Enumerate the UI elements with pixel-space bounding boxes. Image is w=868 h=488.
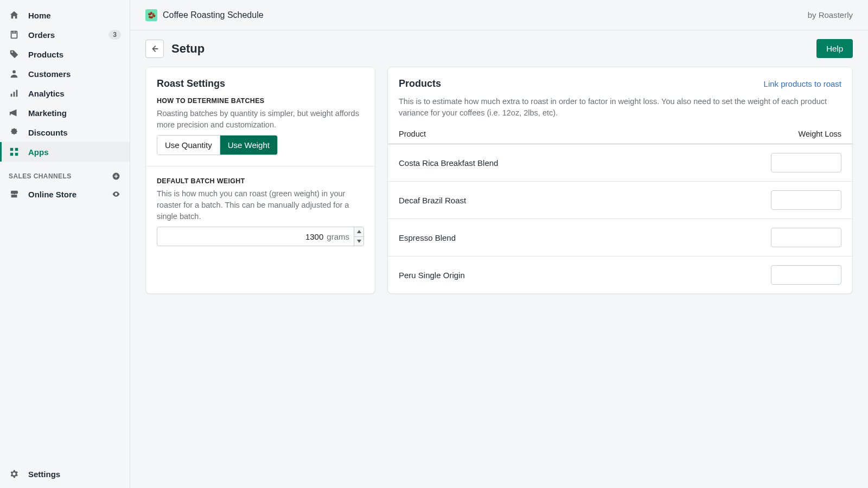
page-title: Setup	[171, 42, 205, 56]
default-batch-weight-input[interactable]	[157, 227, 327, 246]
svg-rect-7	[10, 153, 13, 156]
nav-label: Discounts	[28, 128, 68, 137]
sidebar: Home Orders 3 Products Customers Analyti…	[0, 0, 130, 488]
products-table-header: Product Weight Loss	[388, 124, 852, 144]
weight-loss-field: %	[771, 153, 841, 172]
arrow-left-icon	[150, 44, 159, 54]
nav-products[interactable]: Products	[0, 44, 130, 64]
nav-apps[interactable]: Apps	[0, 142, 130, 162]
products-help: This is to estimate how much extra to ro…	[399, 96, 841, 119]
product-name: Espresso Blend	[399, 233, 771, 242]
product-row: Espresso Blend %	[388, 219, 852, 256]
link-products-link[interactable]: Link products to roast	[764, 79, 841, 88]
nav-orders[interactable]: Orders 3	[0, 25, 130, 44]
col-product-header: Product	[399, 130, 771, 138]
app-header: 🫘 Coffee Roasting Schedule by Roasterly	[130, 0, 868, 30]
product-row: Costa Rica Breakfast Blend %	[388, 144, 852, 182]
stepper-down-button[interactable]	[354, 236, 363, 246]
nav-label: Orders	[28, 30, 55, 40]
nav-settings[interactable]: Settings	[0, 464, 130, 488]
nav-label: Settings	[28, 470, 60, 479]
apps-icon	[9, 146, 20, 157]
batches-segmented: Use Quantity Use Weight	[157, 135, 278, 155]
roast-settings-card: Roast Settings HOW TO DETERMINE BATCHES …	[145, 67, 375, 294]
help-button[interactable]: Help	[816, 39, 853, 58]
weight-loss-input[interactable]	[771, 191, 841, 209]
nav-label: Customers	[28, 69, 71, 79]
home-icon	[9, 10, 20, 21]
products-table-body: Costa Rica Breakfast Blend % Decaf Brazi…	[388, 144, 852, 293]
weight-loss-field: %	[771, 228, 841, 247]
nav-customers[interactable]: Customers	[0, 64, 130, 84]
nav-home[interactable]: Home	[0, 5, 130, 25]
back-button[interactable]	[145, 40, 164, 58]
nav-analytics[interactable]: Analytics	[0, 84, 130, 103]
roast-settings-title: Roast Settings	[157, 78, 364, 89]
svg-rect-6	[15, 148, 18, 151]
nav-label: Online Store	[28, 190, 76, 199]
sales-channels-header: SALES CHANNELS	[0, 162, 130, 184]
bar-chart-icon	[9, 88, 20, 99]
svg-rect-8	[15, 153, 18, 156]
svg-rect-2	[11, 94, 12, 97]
svg-rect-3	[14, 92, 15, 97]
weight-loss-field: %	[771, 265, 841, 285]
svg-rect-4	[16, 90, 18, 97]
svg-rect-5	[10, 148, 13, 151]
nav-label: Marketing	[28, 108, 67, 118]
product-row: Decaf Brazil Roast %	[388, 182, 852, 219]
stepper-up-button[interactable]	[354, 227, 363, 236]
weight-loss-input[interactable]	[771, 266, 841, 284]
default-batch-weight-unit: grams	[327, 227, 354, 246]
batches-label: HOW TO DETERMINE BATCHES	[157, 97, 364, 105]
svg-point-1	[12, 70, 16, 74]
nav-label: Analytics	[28, 89, 65, 98]
use-weight-button[interactable]: Use Weight	[220, 136, 277, 155]
nav-online-store[interactable]: Online Store	[0, 184, 130, 204]
app-brand: by Roasterly	[808, 10, 853, 20]
nav-discounts[interactable]: Discounts	[0, 123, 130, 142]
view-store-button[interactable]	[111, 189, 121, 199]
add-channel-button[interactable]	[111, 171, 121, 181]
col-loss-header: Weight Loss	[771, 130, 841, 138]
megaphone-icon	[9, 107, 20, 118]
content: Roast Settings HOW TO DETERMINE BATCHES …	[130, 61, 868, 299]
orders-badge: 3	[108, 30, 121, 40]
store-icon	[9, 189, 20, 200]
nav-label: Products	[28, 50, 63, 59]
products-card: Products Link products to roast This is …	[387, 67, 853, 294]
nav-label: Apps	[28, 147, 49, 157]
sales-channels-label: SALES CHANNELS	[9, 172, 72, 180]
weight-loss-input[interactable]	[771, 153, 841, 172]
product-name: Costa Rica Breakfast Blend	[399, 158, 771, 168]
tag-icon	[9, 49, 20, 60]
default-weight-label: DEFAULT BATCH WEIGHT	[157, 177, 364, 185]
weight-loss-field: %	[771, 190, 841, 210]
orders-icon	[9, 29, 20, 40]
weight-loss-input[interactable]	[771, 228, 841, 247]
gear-icon	[9, 468, 20, 479]
person-icon	[9, 68, 20, 79]
products-title: Products	[399, 78, 441, 89]
product-row: Peru Single Origin %	[388, 256, 852, 293]
batches-help: Roasting batches by quantity is simpler,…	[157, 108, 364, 131]
product-name: Peru Single Origin	[399, 271, 771, 280]
default-weight-help: This is how much you can roast (green we…	[157, 188, 364, 222]
nav-marketing[interactable]: Marketing	[0, 103, 130, 123]
main-area: 🫘 Coffee Roasting Schedule by Roasterly …	[130, 0, 868, 488]
app-logo-icon: 🫘	[145, 9, 157, 21]
app-name: Coffee Roasting Schedule	[163, 10, 264, 20]
discount-icon	[9, 127, 20, 138]
nav-label: Home	[28, 11, 51, 20]
page-title-bar: Setup Help	[130, 30, 868, 61]
default-batch-weight-field: grams	[157, 227, 364, 246]
product-name: Decaf Brazil Roast	[399, 196, 771, 205]
use-quantity-button[interactable]: Use Quantity	[157, 136, 220, 155]
